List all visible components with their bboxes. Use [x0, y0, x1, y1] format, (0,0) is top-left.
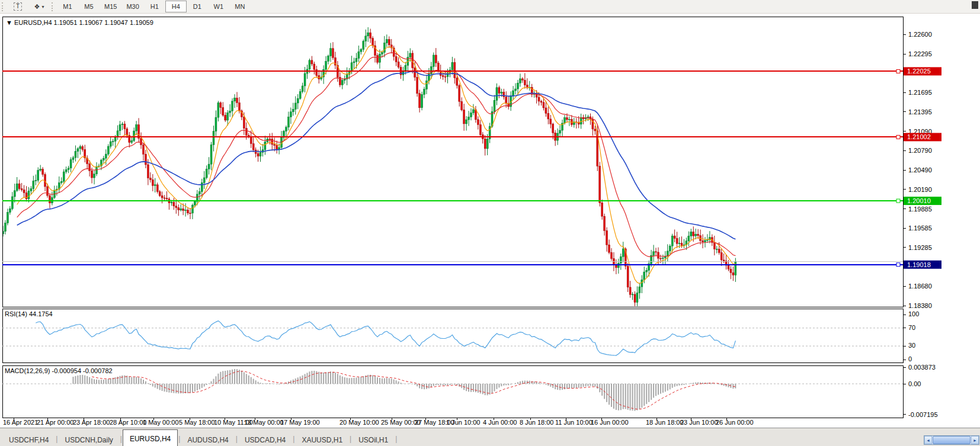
- time-axis-label: 20 May 10:00: [340, 419, 379, 426]
- symbol-tabbar: USDCHF,H4|USDCNH,Daily|EURUSD,H4|AUDUSD,…: [0, 428, 980, 446]
- chart-region: 1.226001.222951.216951.213951.210901.207…: [0, 14, 980, 428]
- rsi-tick-label: 0: [908, 355, 912, 362]
- timeframe-button-mn[interactable]: MN: [229, 1, 251, 12]
- rsi-tick-label: 100: [908, 310, 919, 317]
- symbol-tabs: USDCHF,H4|USDCNH,Daily|EURUSD,H4|AUDUSD,…: [2, 429, 398, 446]
- timeframe-button-h1[interactable]: H1: [144, 1, 165, 12]
- rsi-header: RSI(14) 44.1754: [5, 310, 53, 317]
- time-axis-label: 26 Jun 00:00: [716, 419, 754, 426]
- price-axis[interactable]: 1.226001.222951.216951.213951.210901.207…: [903, 31, 941, 418]
- scroll-left-icon[interactable]: ◄: [924, 436, 932, 444]
- toolbar-corner-icon[interactable]: [972, 1, 978, 9]
- macd-tick-label: 0.003873: [908, 364, 936, 371]
- scrollbar-thumb[interactable]: [933, 436, 971, 444]
- price-tick-label: 1.18680: [908, 283, 932, 290]
- hline-anchor-marker[interactable]: [896, 69, 900, 73]
- rsi-tick-label: 30: [908, 342, 915, 349]
- tab-separator: |: [395, 435, 398, 443]
- timeframe-button-m5[interactable]: M5: [78, 1, 100, 12]
- price-tick-label: 1.19885: [908, 206, 932, 213]
- tab-usoil-h1[interactable]: USOil,H1: [352, 432, 395, 446]
- tab-audusd-h4[interactable]: AUDUSD,H4: [181, 432, 235, 446]
- hline-price-badge-text: 1.21002: [907, 133, 931, 140]
- time-axis-label: 4 Jun 00:00: [483, 419, 517, 426]
- time-axis-label: 13 May 00:00: [244, 419, 284, 426]
- tab-xauusd-h1[interactable]: XAUUSD,H1: [295, 432, 349, 446]
- top-toolbar: T ❖ ▾ M1M5M15M30H1H4D1W1MN: [0, 0, 980, 14]
- hline-anchor-marker[interactable]: [896, 199, 900, 203]
- text-tool-icon: T: [14, 2, 22, 11]
- hline-anchor-marker[interactable]: [896, 263, 900, 267]
- mt4-window: T ❖ ▾ M1M5M15M30H1H4D1W1MN 1.226001.2229…: [0, 0, 980, 446]
- timeframe-button-m30[interactable]: M30: [121, 1, 143, 12]
- macd-tick-label: -0.007195: [908, 411, 938, 418]
- toolbar-grip[interactable]: [52, 2, 55, 11]
- tab-usdcnh-daily[interactable]: USDCNH,Daily: [58, 432, 119, 446]
- time-axis-label: 28 Apr 10:00: [110, 419, 146, 426]
- price-tick-label: 1.20790: [908, 147, 932, 154]
- tabbar-scrollbar[interactable]: ◄ ►: [924, 435, 979, 445]
- tab-usdchf-h4[interactable]: USDCHF,H4: [2, 432, 55, 446]
- scroll-right-icon[interactable]: ►: [971, 436, 979, 444]
- hline-price-badge-text: 1.19018: [907, 261, 931, 268]
- tab-usdcad-h4[interactable]: USDCAD,H4: [238, 432, 292, 446]
- timeframe-button-h4[interactable]: H4: [165, 1, 187, 12]
- time-axis-label: 11 Jun 10:00: [555, 419, 593, 426]
- price-tick-label: 1.19285: [908, 244, 932, 251]
- timeframe-button-group: M1M5M15M30H1H4D1W1MN: [57, 1, 251, 12]
- price-tick-label: 1.18380: [908, 302, 932, 309]
- macd-pane[interactable]: [2, 365, 903, 418]
- timeframe-button-m1[interactable]: M1: [57, 1, 78, 12]
- time-axis-label: 1 May 00:00: [143, 419, 179, 426]
- price-tick-label: 1.21395: [908, 108, 932, 115]
- timeframe-button-w1[interactable]: W1: [208, 1, 229, 12]
- price-tick-label: 1.20490: [908, 166, 932, 174]
- macd-header: MACD(12,26,9) -0.000954 -0.000782: [5, 367, 113, 374]
- macd-tick-label: 0.00: [908, 380, 921, 387]
- price-tick-label: 1.22600: [908, 31, 932, 38]
- time-axis-label: 18 Jun 18:00: [646, 419, 684, 426]
- insert-text-button[interactable]: T: [7, 1, 28, 12]
- hline-anchor-marker[interactable]: [896, 135, 900, 139]
- rsi-tick-label: 70: [908, 324, 915, 331]
- hline-price-badge-text: 1.20010: [907, 197, 931, 204]
- timeframe-button-m15[interactable]: M15: [100, 1, 121, 12]
- time-axis-label: 21 Apr 00:00: [37, 419, 73, 426]
- time-axis-label: 23 Jun 10:00: [680, 419, 718, 426]
- chart-ohlc-header: ▼ EURUSD,H4 1.19051 1.19067 1.19047 1.19…: [6, 19, 153, 26]
- main-pane[interactable]: [2, 17, 903, 307]
- symbols-icon: ❖: [34, 3, 40, 11]
- price-tick-label: 1.22295: [908, 50, 932, 57]
- hline-price-badge-text: 1.22025: [907, 68, 931, 75]
- time-axis-label: 16 Apr 2021: [3, 419, 38, 426]
- price-tick-label: 1.20190: [908, 186, 932, 193]
- time-axis-label: 1 Jun 10:00: [446, 419, 481, 426]
- time-axis[interactable]: 16 Apr 202121 Apr 00:0023 Apr 18:0028 Ap…: [3, 418, 754, 426]
- time-axis-label: 17 May 19:00: [280, 419, 320, 426]
- price-chart[interactable]: 1.226001.222951.216951.213951.210901.207…: [0, 14, 980, 428]
- time-axis-label: 8 Jun 18:00: [520, 419, 554, 426]
- symbols-button[interactable]: ❖ ▾: [28, 1, 50, 12]
- chevron-down-icon: ▾: [41, 4, 44, 9]
- time-axis-label: 23 Apr 18:00: [73, 419, 110, 426]
- price-tick-label: 1.19585: [908, 224, 932, 232]
- time-axis-label: 5 May 18:00: [179, 419, 215, 426]
- time-axis-label: 16 Jun 00:00: [591, 419, 629, 426]
- tab-eurusd-h4[interactable]: EURUSD,H4: [123, 429, 178, 446]
- timeframe-button-d1[interactable]: D1: [187, 1, 208, 12]
- toolbar-grip[interactable]: [2, 2, 5, 11]
- price-tick-label: 1.21695: [908, 89, 932, 96]
